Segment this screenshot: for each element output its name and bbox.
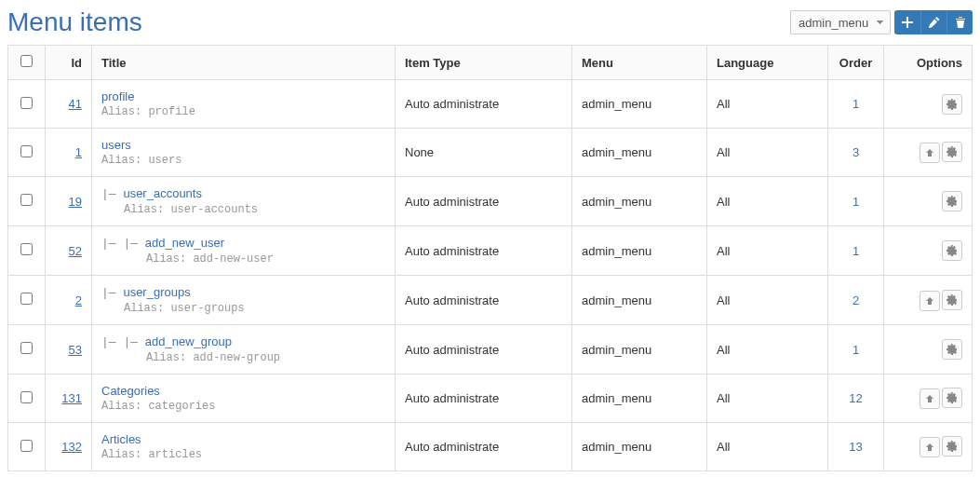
row-title-link[interactable]: profile xyxy=(101,89,134,103)
move-up-button[interactable] xyxy=(920,291,940,311)
edit-button[interactable] xyxy=(920,10,946,34)
row-alias: Alias: user-accounts xyxy=(101,203,385,216)
move-up-button[interactable] xyxy=(920,388,940,409)
row-item-type: Auto administrate xyxy=(396,80,572,129)
row-checkbox[interactable] xyxy=(20,293,33,305)
row-language: All xyxy=(707,276,828,325)
row-id-link[interactable]: 2 xyxy=(55,293,82,307)
column-header-item-type: Item Type xyxy=(396,46,572,80)
row-order: 1 xyxy=(838,343,874,357)
table-row: 132ArticlesAlias: articlesAuto administr… xyxy=(8,423,973,471)
add-button[interactable] xyxy=(894,10,920,34)
row-menu: admin_menu xyxy=(572,276,707,325)
row-menu: admin_menu xyxy=(572,423,707,471)
row-checkbox[interactable] xyxy=(20,440,33,452)
row-item-type: Auto administrate xyxy=(396,177,572,226)
row-item-type: Auto administrate xyxy=(396,325,572,375)
column-header-title: Title xyxy=(92,46,396,80)
row-checkbox[interactable] xyxy=(20,342,33,354)
row-menu: admin_menu xyxy=(572,80,707,129)
row-language: All xyxy=(707,325,828,375)
row-language: All xyxy=(707,226,828,276)
row-title-link[interactable]: add_new_user xyxy=(145,236,224,250)
row-title-link[interactable]: users xyxy=(101,138,131,152)
settings-button[interactable] xyxy=(942,142,962,162)
table-row: 131CategoriesAlias: categoriesAuto admin… xyxy=(8,375,973,423)
gear-icon xyxy=(946,294,958,306)
row-menu: admin_menu xyxy=(572,325,707,375)
move-up-button[interactable] xyxy=(920,437,940,457)
settings-button[interactable] xyxy=(942,240,962,261)
row-menu: admin_menu xyxy=(572,226,707,276)
arrow-up-icon xyxy=(925,394,934,403)
delete-button[interactable] xyxy=(946,10,973,34)
menu-select[interactable]: admin_menu xyxy=(790,10,891,34)
gear-icon xyxy=(946,245,958,256)
row-title-link[interactable]: add_new_group xyxy=(145,334,232,348)
row-alias: Alias: user-groups xyxy=(101,302,385,315)
gear-icon xyxy=(946,146,958,157)
row-checkbox[interactable] xyxy=(20,243,33,255)
row-alias: Alias: profile xyxy=(101,105,385,118)
table-row: 52|— |— add_new_userAlias: add-new-userA… xyxy=(8,226,973,276)
row-item-type: Auto administrate xyxy=(396,226,572,276)
row-item-type: Auto administrate xyxy=(396,375,572,423)
gear-icon xyxy=(946,344,958,355)
row-order: 1 xyxy=(838,97,874,111)
row-title-link[interactable]: user_groups xyxy=(123,285,190,299)
table-row: 2|— user_groupsAlias: user-groupsAuto ad… xyxy=(8,276,973,325)
row-id-link[interactable]: 131 xyxy=(55,391,82,405)
row-checkbox[interactable] xyxy=(20,391,33,403)
row-menu: admin_menu xyxy=(572,375,707,423)
row-order: 12 xyxy=(838,391,874,405)
column-header-language: Language xyxy=(707,46,828,80)
row-id-link[interactable]: 1 xyxy=(55,145,82,159)
trash-icon xyxy=(955,17,966,28)
row-title-link[interactable]: Articles xyxy=(101,432,141,446)
row-order: 2 xyxy=(838,293,874,307)
row-menu: admin_menu xyxy=(572,129,707,177)
row-title-link[interactable]: user_accounts xyxy=(123,186,202,200)
arrow-up-icon xyxy=(925,443,934,452)
gear-icon xyxy=(946,441,958,452)
table-row: 19|— user_accountsAlias: user-accountsAu… xyxy=(8,177,973,226)
row-order: 1 xyxy=(838,244,874,258)
row-language: All xyxy=(707,129,828,177)
column-header-order: Order xyxy=(828,46,884,80)
row-language: All xyxy=(707,177,828,226)
row-id-link[interactable]: 53 xyxy=(55,343,82,357)
row-order: 1 xyxy=(838,195,874,209)
select-all-checkbox[interactable] xyxy=(20,55,33,67)
row-checkbox[interactable] xyxy=(20,194,33,206)
settings-button[interactable] xyxy=(942,339,962,360)
row-menu: admin_menu xyxy=(572,177,707,226)
settings-button[interactable] xyxy=(942,436,962,457)
row-checkbox[interactable] xyxy=(20,97,33,109)
column-header-id: Id xyxy=(46,46,92,80)
row-order: 13 xyxy=(838,440,874,454)
settings-button[interactable] xyxy=(942,191,962,211)
row-title-link[interactable]: Categories xyxy=(101,384,160,398)
row-checkbox[interactable] xyxy=(20,145,33,157)
column-header-select xyxy=(8,46,46,80)
row-alias: Alias: add-new-user xyxy=(101,252,385,266)
settings-button[interactable] xyxy=(942,290,962,310)
row-alias: Alias: add-new-group xyxy=(101,351,385,364)
settings-button[interactable] xyxy=(942,94,962,115)
settings-button[interactable] xyxy=(942,388,962,408)
tree-indent: |— xyxy=(101,286,123,300)
row-alias: Alias: categories xyxy=(101,400,385,413)
tree-indent: |— |— xyxy=(101,335,145,349)
row-item-type: Auto administrate xyxy=(396,423,572,471)
row-id-link[interactable]: 41 xyxy=(55,97,82,111)
row-id-link[interactable]: 132 xyxy=(55,440,82,454)
row-language: All xyxy=(707,423,828,471)
row-language: All xyxy=(707,80,828,129)
row-id-link[interactable]: 19 xyxy=(55,195,82,209)
move-up-button[interactable] xyxy=(920,143,940,163)
row-item-type: Auto administrate xyxy=(396,276,572,325)
row-id-link[interactable]: 52 xyxy=(55,244,82,258)
row-order: 3 xyxy=(838,145,874,159)
tree-indent: |— |— xyxy=(101,237,145,251)
gear-icon xyxy=(946,392,958,403)
